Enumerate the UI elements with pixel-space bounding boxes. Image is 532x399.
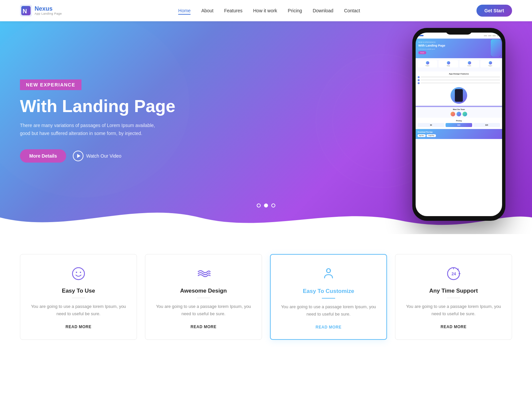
feature-card-easy-to-use: Easy To Use You are going to use a passa… [20,254,137,340]
hero-content: NEW EXPERIANCE With Landing Page There a… [0,53,196,203]
nav-pricing[interactable]: Pricing [288,8,302,13]
hero-description: There are many variations of passages of… [20,122,160,138]
nav-about[interactable]: About [201,8,213,13]
watch-video-label: Watch Our Video [86,153,121,159]
feature-read-more-4[interactable]: READ MORE [441,325,466,329]
feature-icon-support: 24 [403,266,504,282]
phone-hero: NEW EXPERIENCE With Landing Page Lorem i… [416,39,502,58]
feature-icon-smiley [28,266,129,282]
phone-notch [446,28,472,35]
phone-screen: NEW EXPERIENCE With Landing Page Lorem i… [416,33,502,216]
dot-2[interactable] [264,203,268,207]
get-start-button[interactable]: Get Start [476,5,512,17]
nav-home[interactable]: Home [178,8,191,15]
svg-point-6 [72,268,84,280]
navbar: N Nexus App Landing Page Home About Feat… [0,0,532,21]
logo-name: Nexus [35,6,62,12]
svg-point-8 [80,272,81,273]
phone-download-section: Download The App App Store Google Play [416,129,502,139]
feature-icon-customize [279,267,378,283]
feature-divider-3 [322,298,335,299]
feature-divider-2 [197,298,210,298]
phone-mockup: NEW EXPERIENCE With Landing Page Lorem i… [412,28,505,221]
feature-title-1: Easy To Use [28,288,129,294]
logo: N Nexus App Landing Page [20,5,62,17]
play-icon [73,151,83,161]
feature-desc-4: You are going to use a passage lorem Ips… [403,303,504,318]
svg-point-7 [76,272,77,273]
nav-features[interactable]: Features [224,8,242,13]
hero-section: NEW EXPERIANCE With Landing Page There a… [0,21,532,234]
dot-1[interactable] [257,203,261,207]
feature-title-3: Easy To Customize [279,288,378,295]
feature-read-more-1[interactable]: READ MORE [66,325,91,329]
phone-app-features: App Design Features [416,71,502,106]
phone-pricing-section: Pricing $9 $19 $29 [416,118,502,129]
nav-download[interactable]: Download [313,8,333,13]
feature-read-more-2[interactable]: READ MORE [191,325,216,329]
dot-3[interactable] [271,203,275,207]
feature-icon-waves [153,266,254,282]
feature-card-any-time-support: 24 Any Time Support You are going to use… [395,254,512,340]
feature-card-awesome-design: Awesome Design You are going to use a pa… [145,254,262,340]
feature-read-more-3[interactable]: READ MORE [316,325,341,330]
more-details-button[interactable]: More Details [20,149,66,163]
feature-title-2: Awesome Design [153,288,254,294]
nav-contact[interactable]: Contact [344,8,360,13]
hero-actions: More Details Watch Our Video [20,149,176,163]
hero-badge: NEW EXPERIANCE [20,79,81,90]
feature-divider-1 [72,298,85,298]
phone-team-section: Meet Our Team [416,107,502,118]
hero-title: With Landing Page [20,97,176,116]
watch-video-button[interactable]: Watch Our Video [73,151,121,161]
nav-links: Home About Features How it work Pricing … [178,8,360,14]
phone-frame: NEW EXPERIENCE With Landing Page Lorem i… [412,28,505,221]
feature-desc-1: You are going to use a passage lorem Ips… [28,303,129,318]
feature-title-4: Any Time Support [403,288,504,294]
svg-text:N: N [23,8,27,15]
nav-how-it-work[interactable]: How it work [253,8,277,13]
phone-white-section: Feature Design Custom Support [416,58,502,71]
feature-desc-2: You are going to use a passage lorem Ips… [153,303,254,318]
feature-desc-3: You are going to use a passage lorem Ips… [279,303,378,318]
feature-card-easy-to-customize: Easy To Customize You are going to use a… [270,254,387,340]
features-grid: Easy To Use You are going to use a passa… [20,254,512,340]
svg-text:24: 24 [452,272,456,276]
logo-subtitle: App Landing Page [35,12,62,16]
slider-dots [257,203,275,207]
features-section: Easy To Use You are going to use a passa… [0,234,532,353]
logo-text: Nexus App Landing Page [35,6,62,16]
feature-divider-4 [447,298,460,298]
logo-icon: N [20,5,32,17]
